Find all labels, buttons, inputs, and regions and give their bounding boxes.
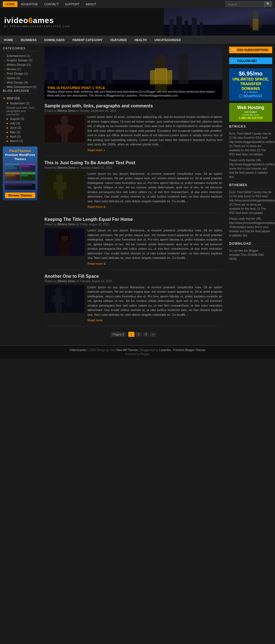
footer-link-wp-themes[interactable]: New WP Themes	[116, 348, 138, 352]
cat-graphic-design[interactable]: Graphic Design (3)	[3, 59, 38, 62]
cat-print-design[interactable]: Print Design (1)	[3, 72, 38, 75]
archive-toggle-aug[interactable]: ►	[6, 117, 9, 120]
svg-rect-66	[55, 295, 62, 307]
svg-rect-47	[56, 181, 63, 194]
site-header: iVideo6ames BY PREMIUMBLOGGERTEMPLATES.C…	[0, 8, 275, 36]
hostgator-ad[interactable]: Web Hosting ost Gator HostGator.com 1-86…	[229, 103, 272, 122]
top-nav-about[interactable]: ABOUT	[83, 1, 99, 7]
post-1-author[interactable]: Btheme Demo	[58, 109, 75, 112]
cat-entertainment[interactable]: Entertainment (1)	[3, 54, 38, 57]
btricks-widget: BTRICKS Error: Feed failed! Causes may b…	[229, 125, 272, 179]
post-1-date: Sunday, September 05, 2010	[80, 109, 116, 112]
footer-link-ivideogames[interactable]: iVideoGames	[70, 348, 86, 352]
post-1-read-more[interactable]: Read more »	[88, 148, 222, 152]
archive-toggle-sep[interactable]: ▼	[6, 102, 9, 105]
svg-rect-34	[167, 70, 172, 85]
bluehost-ad[interactable]: $6.95/mo UNLIMITED SPACE, TRANSFER DOMAI…	[229, 68, 272, 101]
post-3-read-more[interactable]: Read more &	[88, 262, 222, 265]
archive-title: BLOG ARCHIVE	[3, 89, 38, 94]
archive-may-link[interactable]: May (2)	[10, 130, 20, 134]
archive-jun-link[interactable]: June (2)	[10, 126, 21, 129]
post-4-read-more[interactable]: Read more	[88, 319, 222, 322]
archive-sep-post[interactable]: Sample post with, links, paragraphs and …	[6, 106, 35, 116]
btricks-text2: Please verify that the URL http://www.bl…	[229, 158, 272, 179]
theme-previews	[5, 163, 35, 190]
nav-uncategorized[interactable]: UNCATEGORIZED	[151, 36, 185, 44]
svg-rect-48	[54, 182, 57, 190]
nav-parent-category[interactable]: PARENT CATEGORY	[69, 36, 107, 44]
blog-post-3: Keeping The Title Length Equal For Home …	[44, 217, 222, 270]
post-2-meta: Posted by Btheme Demo on Tuesday, August…	[44, 166, 222, 169]
post-3-author[interactable]: Btheme Demo	[58, 223, 75, 226]
featured-title: THIS IS FEATURED POST 1 TITLE	[47, 86, 219, 90]
pagination-label: Pages:3	[111, 332, 126, 337]
footer-link-premium[interactable]: Premium Blogger Themes	[173, 348, 206, 352]
page-1[interactable]: 1	[128, 332, 134, 337]
archive-aug-link[interactable]: August (3)	[10, 117, 24, 120]
top-nav-home[interactable]: HOME	[3, 1, 18, 7]
search-box: 🔍	[226, 1, 272, 7]
svg-rect-17	[5, 172, 20, 175]
nav-health[interactable]: HEALTH	[131, 36, 151, 44]
preview-box-2	[21, 163, 36, 171]
archive-toggle-apr[interactable]: ►	[6, 135, 9, 138]
archive-toggle-mar[interactable]: ►	[6, 140, 9, 143]
blog-post-2: This is Just Going To Be Another Test Po…	[44, 160, 222, 213]
search-button[interactable]: 🔍	[264, 1, 272, 7]
svg-rect-36	[178, 64, 188, 84]
archive-apr-link[interactable]: April (2)	[10, 135, 21, 138]
search-input[interactable]	[226, 1, 264, 7]
post-2-title: This is Just Going To Be Another Test Po…	[44, 160, 222, 165]
preview-row-2	[5, 172, 35, 181]
archive-jul-link[interactable]: July (3)	[10, 122, 20, 125]
archive-toggle-jun[interactable]: ►	[6, 126, 9, 129]
nav-downloads[interactable]: DOWNLOADS	[40, 36, 68, 44]
svg-rect-6	[200, 22, 203, 36]
hero-svg	[164, 8, 275, 36]
top-nav-contact[interactable]: CONTACT	[41, 1, 61, 7]
post-3-img-svg	[44, 228, 85, 256]
cat-movies[interactable]: Movies (1)	[3, 67, 38, 71]
page-next[interactable]: »	[150, 332, 156, 337]
archive-toggle-down[interactable]: ▼	[3, 97, 6, 100]
rss-icon: 📡	[231, 48, 236, 52]
footer-text: iVideoGames © 2010 Design by Free New WP…	[3, 348, 272, 352]
post-4-title-link[interactable]: Another One to Fill Space	[44, 274, 99, 279]
svg-rect-69	[56, 307, 59, 313]
browse-themes-button[interactable]: Browse Themes	[5, 193, 35, 198]
post-4-author[interactable]: Btheme Demo	[58, 280, 75, 283]
svg-rect-33	[150, 70, 156, 85]
post-2-author[interactable]: Btheme Demo	[58, 166, 75, 169]
svg-rect-43	[65, 135, 68, 142]
footer-link-lasantha[interactable]: Lasantha	[159, 348, 171, 352]
cat-web-dev[interactable]: Web Development (5)	[3, 85, 38, 89]
nav-featured[interactable]: FEATURED	[106, 36, 131, 44]
svg-point-52	[66, 175, 72, 182]
archive-sep-link[interactable]: September (1)	[10, 102, 29, 105]
archive-toggle-jul[interactable]: ►	[6, 122, 9, 125]
archive-year-link[interactable]: 2010 (14)	[7, 97, 20, 100]
svg-rect-50	[58, 193, 60, 199]
post-1-image	[44, 115, 85, 142]
bthemes-widget: BTHEMES Error: Feed failed! Causes may b…	[229, 183, 272, 238]
archive-toggle-may[interactable]: ►	[6, 131, 9, 134]
btricks-text1: Error: Feed failed! Causes may be (1) No…	[229, 132, 272, 156]
main-content: THIS IS FEATURED POST 1 TITLE Replace th…	[40, 44, 226, 345]
post-2-read-more[interactable]: Read more &	[88, 205, 222, 208]
post-1-title-link[interactable]: Sample post with, links, paragraphs and …	[44, 103, 153, 108]
featured-slider: THIS IS FEATURED POST 1 TITLE Replace th…	[44, 47, 222, 99]
page-2[interactable]: 2	[136, 332, 142, 337]
top-nav-advertise[interactable]: ADVERTISE	[18, 1, 41, 7]
cat-sports[interactable]: Sports (4)	[3, 76, 38, 80]
post-2-title-link[interactable]: This is Just Going To Be Another Test Po…	[44, 160, 135, 165]
archive-month-jul: ► July (3)	[6, 121, 38, 125]
top-nav-support[interactable]: SUPPORT	[62, 1, 82, 7]
cat-web-design[interactable]: Web Design (4)	[3, 81, 38, 84]
post-3-title-link[interactable]: Keeping The Title Length Equal For Home	[44, 217, 133, 222]
page-3[interactable]: 3	[143, 332, 149, 337]
archive-mar-link[interactable]: March (1)	[10, 139, 23, 143]
nav-business[interactable]: BUSINESS	[17, 36, 40, 44]
svg-rect-19	[21, 172, 36, 175]
nav-home[interactable]: HOME	[0, 36, 17, 44]
cat-motion-design[interactable]: Motion Design (3)	[3, 63, 38, 66]
